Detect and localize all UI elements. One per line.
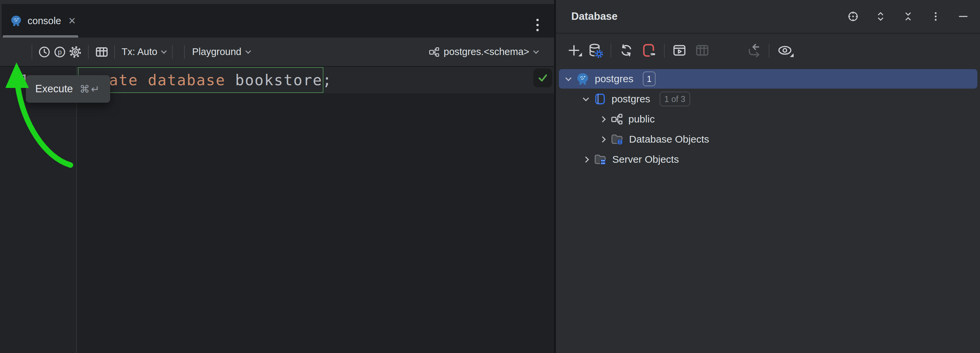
sql-statement[interactable]: create database bookstore; (80, 67, 332, 93)
datasource-properties-button[interactable] (587, 36, 604, 65)
svg-text:p: p (58, 48, 62, 56)
open-table-button-disabled (694, 36, 711, 65)
gear-icon (68, 45, 82, 59)
schema-selector-dropdown[interactable]: postgres.<schema> (428, 38, 538, 66)
hide-panel-button[interactable] (956, 9, 970, 24)
toolbar-separator (664, 44, 665, 58)
tree-row-server-objects[interactable]: Server Objects (559, 150, 977, 169)
database-gear-icon (588, 43, 603, 58)
refresh-button[interactable] (617, 36, 635, 65)
table-icon (95, 45, 109, 59)
toolbar-separator (114, 45, 115, 59)
target-icon (847, 10, 859, 22)
chevron-down-icon[interactable] (565, 75, 571, 81)
dropdown-corner-triangle (578, 53, 582, 56)
execute-tooltip: Execute ⌘↵ (26, 75, 110, 103)
toolbar-separator (769, 44, 769, 58)
collapse-all-icon (902, 11, 914, 22)
eye-icon (777, 43, 792, 58)
tree-row-schema-public[interactable]: public (559, 109, 977, 129)
chevron-down-icon (245, 48, 251, 54)
console-toolbar: p Tx: Auto (0, 38, 554, 67)
toolbar-separator (611, 44, 611, 58)
sql-terminator: ; (322, 71, 332, 89)
tab-close-icon[interactable]: × (68, 15, 76, 27)
inspection-ok-widget[interactable] (533, 68, 552, 87)
panel-title: Database (571, 0, 617, 33)
folder-database-icon (610, 133, 624, 146)
navigation-arrows-icon (746, 43, 761, 58)
tab-title: console (27, 16, 61, 27)
toolbar-separator (172, 45, 173, 59)
expand-all-icon (875, 11, 886, 22)
postgresql-elephant-icon (576, 72, 589, 85)
database-panel-toolbar: DDL (556, 34, 980, 67)
locate-object-button[interactable] (846, 9, 861, 24)
folder-server-icon (593, 153, 607, 166)
chevron-right-icon[interactable] (600, 136, 606, 142)
connection-count-badge: 1 (643, 71, 655, 86)
database-tool-window: Database (556, 0, 980, 353)
tooltip-shortcut: ⌘↵ (80, 83, 101, 95)
history-button[interactable] (38, 38, 51, 66)
view-options-button[interactable] (776, 36, 794, 65)
database-icon (593, 93, 606, 105)
postgresql-elephant-icon (10, 15, 22, 27)
editor-gutter (0, 67, 76, 353)
toolbar-separator (32, 45, 32, 59)
new-datasource-button[interactable] (565, 36, 583, 65)
chevron-right-icon[interactable] (600, 116, 606, 122)
schema-icon (610, 113, 623, 125)
tooltip-label: Execute (35, 83, 73, 95)
sql-editor[interactable] (77, 67, 554, 353)
disconnect-button[interactable] (640, 36, 658, 65)
chevron-down-icon (533, 48, 539, 54)
active-tab-underline (3, 35, 78, 38)
schema-count-badge: 1 of 3 (660, 92, 690, 106)
table-icon-disabled (695, 43, 710, 58)
circled-p-icon: p (53, 45, 67, 59)
results-table-button[interactable] (95, 38, 109, 66)
toolbar-separator (184, 45, 185, 59)
settings-button[interactable] (68, 38, 82, 66)
chevron-right-icon[interactable] (583, 157, 589, 162)
schema-icon (428, 46, 440, 58)
plus-icon (567, 43, 581, 57)
disconnect-plug-icon (641, 43, 657, 58)
dropdown-corner-triangle (790, 53, 794, 57)
editor-tab-bar: console × (0, 4, 554, 38)
chevron-down-icon[interactable] (583, 95, 589, 101)
minimize-icon (958, 11, 969, 22)
tab-console[interactable]: console × (3, 4, 78, 38)
collapse-all-button[interactable] (901, 9, 916, 24)
parameters-button[interactable]: p (53, 38, 67, 66)
console-run-icon (672, 43, 687, 58)
jump-to-console-button[interactable] (671, 36, 688, 65)
clock-icon (38, 45, 51, 59)
sql-identifier: bookstore (225, 71, 322, 89)
green-checkmark-icon (537, 72, 549, 84)
console-editor-pane: console × p (0, 0, 554, 353)
refresh-icon (619, 43, 634, 58)
tx-mode-dropdown[interactable]: Tx: Auto (122, 38, 166, 66)
toolbar-separator (88, 45, 89, 59)
window-top-edge (0, 0, 554, 4)
datagrip-window: console × p (0, 0, 980, 353)
database-panel-header: Database (556, 0, 980, 33)
panel-options-kebab-icon[interactable] (928, 9, 943, 24)
chevron-down-icon (161, 48, 167, 54)
gutter-separator (76, 67, 77, 353)
tree-row-connection-postgres[interactable]: postgres 1 (559, 69, 977, 89)
navigate-related-button-disabled (745, 36, 763, 65)
expand-all-button[interactable] (873, 9, 888, 24)
tree-row-database-postgres[interactable]: postgres 1 of 3 (559, 89, 977, 109)
playground-dropdown[interactable]: Playground (192, 38, 250, 66)
editor-options-kebab-icon[interactable] (532, 16, 543, 34)
tree-row-database-objects[interactable]: Database Objects (559, 130, 977, 149)
